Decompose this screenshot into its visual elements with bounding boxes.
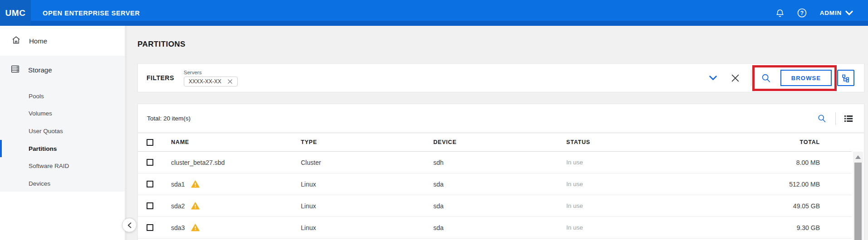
cell-name: cluster_beta27.sbd (171, 159, 301, 166)
column-header-name[interactable]: NAME (171, 139, 301, 145)
table: NAMETYPEDEVICESTATUSTOTAL cluster_beta27… (138, 133, 852, 239)
warning-icon (191, 202, 200, 210)
user-menu[interactable]: ADMIN (820, 10, 853, 16)
table-toolbar-actions (817, 112, 853, 125)
umc-logo-block[interactable]: UMC (0, 0, 31, 26)
sidebar-item-label: Partitions (29, 145, 57, 152)
sidebar-collapse-button[interactable] (122, 218, 137, 232)
filters-bar: FILTERS Servers XXXX-XX-XX (137, 63, 864, 92)
main-content: PARTITIONS FILTERS Servers XXXX-XX-XX (127, 26, 868, 240)
sidebar-item-label: Volumes (29, 110, 52, 117)
sidebar-divider (125, 26, 127, 240)
sidebar-item-label: Pools (29, 93, 44, 100)
list-view-icon[interactable] (844, 115, 853, 123)
vertical-scrollbar[interactable] (853, 152, 863, 240)
cell-status: In use (566, 159, 693, 166)
sidebar: Home Storage PoolsVolumesUser QuotasPart… (0, 26, 125, 240)
table-search-icon[interactable] (817, 114, 826, 123)
clear-filters-close-icon[interactable] (731, 73, 740, 83)
warning-icon-wrap[interactable] (191, 202, 200, 210)
expand-filters-chevron-icon[interactable] (709, 75, 717, 81)
user-menu-label: ADMIN (820, 10, 842, 16)
tree-view-icon (841, 74, 850, 82)
column-header-total[interactable]: TOTAL (693, 139, 852, 145)
server-filter-chip[interactable]: XXXX-XX-XX (184, 77, 238, 86)
table-body: cluster_beta27.sbdClustersdhIn use8.00 M… (138, 152, 852, 239)
cell-type: Linux (301, 224, 433, 231)
bell-icon[interactable] (775, 8, 785, 19)
sidebar-group-storage: Storage PoolsVolumesUser QuotasPartition… (0, 56, 125, 192)
sidebar-item-user-quotas[interactable]: User Quotas (0, 122, 125, 140)
cell-total: 8.00 MB (693, 159, 852, 166)
sidebar-item-pools[interactable]: Pools (0, 87, 125, 105)
table-row[interactable]: sda3LinuxsdaIn use9.30 GB (138, 217, 852, 239)
chip-remove-icon[interactable] (227, 79, 233, 84)
browse-button[interactable]: BROWSE (780, 70, 832, 86)
svg-text:?: ? (800, 10, 804, 16)
table-header-row: NAMETYPEDEVICESTATUSTOTAL (138, 133, 852, 152)
sidebar-item-label: User Quotas (29, 128, 63, 134)
select-all-checkbox[interactable] (147, 139, 153, 146)
partition-name: sda3 (171, 224, 185, 231)
filter-group-label: Servers (184, 70, 238, 75)
cell-type: Cluster (301, 159, 433, 166)
help-icon[interactable]: ? (797, 8, 807, 18)
cell-total: 9.30 GB (693, 224, 852, 231)
scrollbar-thumb[interactable] (854, 163, 862, 240)
filter-group-servers: Servers XXXX-XX-XX (184, 70, 238, 86)
search-icon[interactable] (761, 73, 771, 83)
tree-view-button[interactable] (837, 70, 854, 86)
partition-name: sda2 (171, 202, 185, 210)
cell-device: sdh (433, 159, 566, 166)
storage-icon (10, 64, 20, 76)
selected-indicator (0, 140, 2, 158)
sidebar-item-software-raid[interactable]: Software RAID (0, 157, 125, 175)
row-checkbox[interactable] (147, 202, 153, 209)
row-checkbox[interactable] (147, 224, 153, 231)
sidebar-item-label: Home (29, 37, 47, 45)
cell-device: sda (433, 224, 566, 231)
column-header-device[interactable]: DEVICE (433, 139, 566, 145)
chip-label: XXXX-XX-XX (189, 78, 221, 85)
sidebar-item-label: Devices (29, 180, 50, 187)
partition-name: cluster_beta27.sbd (171, 159, 225, 166)
sidebar-storage-children: PoolsVolumesUser QuotasPartitionsSoftwar… (0, 84, 125, 192)
cell-device: sda (433, 181, 566, 188)
partitions-table-card: Total: 20 item(s) NAMETYPEDEV (137, 104, 864, 240)
warning-icon-wrap[interactable] (191, 180, 200, 188)
row-checkbox[interactable] (147, 159, 153, 166)
cell-status: In use (566, 224, 693, 231)
cell-name: sda3 (171, 224, 301, 231)
row-select-cell (138, 159, 171, 166)
sidebar-item-volumes[interactable]: Volumes (0, 105, 125, 123)
sidebar-item-devices[interactable]: Devices (0, 175, 125, 192)
row-select-cell (138, 202, 171, 209)
scroll-up-arrow-icon[interactable] (855, 155, 861, 159)
table-toolbar: Total: 20 item(s) (138, 104, 864, 133)
table-row[interactable]: sda1LinuxsdaIn use512.00 MB (138, 173, 852, 195)
cell-type: Linux (301, 202, 433, 210)
table-row[interactable]: sda2LinuxsdaIn use49.05 GB (138, 195, 852, 217)
column-header-type[interactable]: TYPE (301, 139, 433, 145)
table-row[interactable]: cluster_beta27.sbdClustersdhIn use8.00 M… (138, 152, 852, 173)
cell-total: 49.05 GB (693, 202, 852, 210)
column-header-status[interactable]: STATUS (566, 139, 693, 145)
warning-icon-wrap[interactable] (191, 224, 200, 231)
sidebar-item-home[interactable]: Home (0, 26, 125, 56)
product-title: OPEN ENTERPRISE SERVER (43, 10, 140, 17)
page-title: PARTITIONS (137, 40, 186, 49)
divider (751, 70, 751, 86)
home-icon (11, 35, 21, 47)
cell-name: sda2 (171, 202, 301, 210)
chevron-down-icon (845, 10, 853, 16)
sidebar-item-label: Software RAID (29, 163, 69, 169)
cell-total: 512.00 MB (693, 181, 852, 188)
row-select-cell (138, 224, 171, 231)
row-select-cell (138, 181, 171, 187)
sidebar-item-storage[interactable]: Storage (0, 56, 125, 84)
cell-status: In use (566, 181, 693, 187)
sidebar-item-partitions[interactable]: Partitions (0, 140, 125, 158)
row-checkbox[interactable] (147, 181, 153, 187)
sidebar-item-label: Storage (28, 66, 52, 74)
topbar-actions: ? ADMIN (775, 8, 868, 19)
